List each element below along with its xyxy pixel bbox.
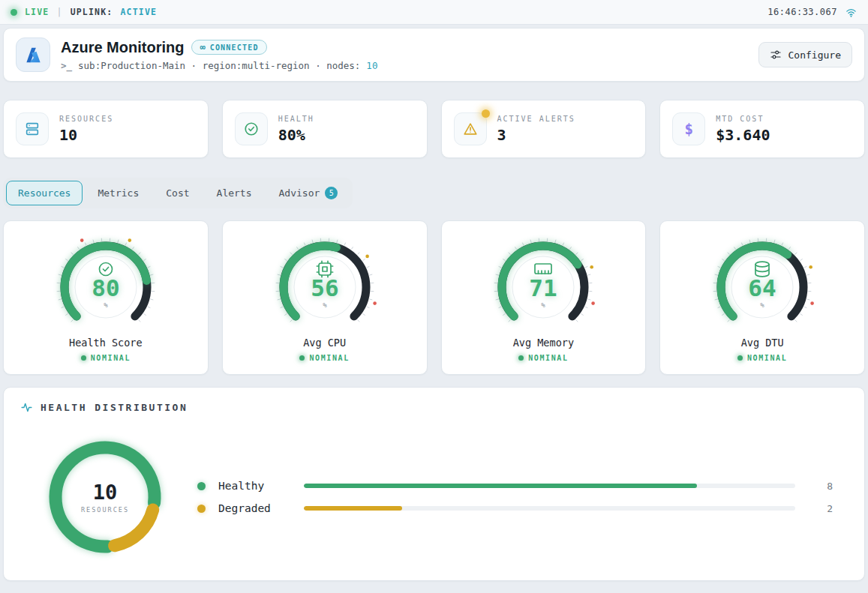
gauge-status: NOMINAL: [737, 354, 787, 362]
tab-metrics[interactable]: Metrics: [86, 181, 151, 205]
status-text: NOMINAL: [309, 354, 349, 362]
legend-value: 2: [800, 503, 833, 514]
distribution-legend: Healthy 8 Degraded 2: [197, 480, 833, 514]
legend-row-healthy: Healthy 8: [197, 480, 833, 492]
stat-value: 3: [497, 126, 575, 144]
tab-badge: 5: [325, 187, 338, 199]
stat-icon-box: [454, 112, 487, 145]
stat-icon-box: [235, 112, 268, 145]
tab-label: Resources: [18, 187, 71, 199]
gauge-label: Health Score: [69, 337, 143, 349]
uplink-status: ACTIVE: [121, 7, 158, 17]
stat-label: ACTIVE ALERTS: [497, 115, 575, 123]
page-title: Azure Monitoring: [61, 39, 184, 56]
donut-center: 10 RESOURCES: [41, 433, 169, 561]
sliders-icon: [770, 49, 782, 61]
gauge-card-health-score: 80 % Health Score NOMINAL: [3, 220, 209, 375]
legend-bar-track: [304, 484, 795, 488]
tab-cost[interactable]: Cost: [154, 181, 201, 205]
stat-card-mtd-cost: $ MTD COST $3.640: [659, 100, 865, 158]
subtitle: >_ sub:Production-Main · region:multi-re…: [61, 60, 377, 71]
subtitle-node-count: 10: [366, 60, 377, 71]
gauges-row: 80 % Health Score NOMINAL 56 % Avg CPU N…: [3, 220, 865, 375]
gauge-status: NOMINAL: [299, 354, 349, 362]
tab-advisor[interactable]: Advisor5: [267, 181, 350, 205]
clock: 16:46:33.067: [767, 7, 837, 17]
configure-button[interactable]: Configure: [758, 42, 852, 67]
status-text: NOMINAL: [528, 354, 568, 362]
stat-label: RESOURCES: [59, 115, 113, 123]
wifi-icon: [845, 6, 857, 19]
legend-bar-track: [304, 506, 795, 511]
legend-dot-icon: [197, 482, 206, 490]
status-bar: LIVE | UPLINK: ACTIVE 16:46:33.067: [0, 0, 868, 25]
health-distribution-card: HEALTH DISTRIBUTION 10 RESOURCES Healthy…: [3, 387, 865, 581]
legend-dot-icon: [197, 505, 206, 513]
warning-triangle-icon: [462, 121, 479, 137]
status-text: NOMINAL: [91, 354, 131, 362]
gauge-chart: 64 %: [702, 230, 822, 332]
clock-group: 16:46:33.067: [767, 6, 857, 19]
gauge-label: Avg CPU: [303, 337, 346, 349]
distribution-body: 10 RESOURCES Healthy 8 Degraded 2: [20, 433, 848, 561]
header-text: Azure Monitoring ∞ CONNECTED >_ sub:Prod…: [61, 39, 377, 71]
live-status-group: LIVE | UPLINK: ACTIVE: [11, 7, 157, 17]
gauge-label: Avg DTU: [741, 337, 784, 349]
gauge-label: Avg Memory: [513, 337, 574, 349]
resources-donut-chart: 10 RESOURCES: [41, 433, 169, 561]
gauge-value: 56: [311, 274, 338, 301]
tab-alerts[interactable]: Alerts: [205, 181, 264, 205]
gauge-card-avg-memory: 71 % Avg Memory NOMINAL: [441, 220, 647, 375]
legend-bar-fill: [304, 484, 697, 488]
stat-card-health: HEALTH 80%: [222, 100, 428, 158]
gauge-chart: 80 %: [46, 230, 166, 332]
azure-logo: [16, 37, 50, 72]
stat-text: MTD COST $3.640: [716, 115, 770, 144]
gauge-unit: %: [542, 301, 546, 309]
uplink-label: UPLINK:: [71, 7, 113, 17]
tabs: ResourcesMetricsCostAlertsAdvisor5: [3, 178, 353, 208]
stat-label: MTD COST: [716, 115, 770, 123]
tab-label: Metrics: [98, 187, 139, 199]
distribution-title: HEALTH DISTRIBUTION: [41, 402, 188, 413]
live-dot-icon: [11, 9, 17, 16]
donut-total-value: 10: [93, 481, 118, 504]
stat-value: 10: [59, 126, 113, 144]
dollar-icon: $: [685, 121, 693, 137]
legend-label: Healthy: [218, 480, 299, 492]
pulse-icon: [20, 401, 33, 414]
configure-button-label: Configure: [788, 49, 841, 61]
azure-logo-icon: [23, 46, 44, 64]
main-content: Azure Monitoring ∞ CONNECTED >_ sub:Prod…: [0, 25, 868, 586]
gauge-status: NOMINAL: [81, 354, 131, 362]
gauge-value: 64: [748, 274, 776, 301]
alert-notification-dot: [482, 109, 490, 118]
status-dot-icon: [737, 355, 743, 361]
legend-label: Degraded: [218, 502, 299, 514]
gauge-unit: %: [323, 301, 327, 309]
gauge-value: 80: [92, 274, 119, 301]
gauge-chart: 56 %: [265, 230, 385, 332]
tab-label: Alerts: [217, 187, 252, 199]
link-icon: ∞: [200, 42, 205, 52]
stat-text: ACTIVE ALERTS 3: [497, 115, 575, 144]
terminal-prompt-icon: >_: [61, 60, 72, 71]
connected-badge: ∞ CONNECTED: [191, 40, 266, 55]
gauge-unit: %: [104, 301, 108, 309]
subtitle-text: sub:Production-Main · region:multi-regio…: [78, 60, 360, 71]
status-dot-icon: [81, 355, 86, 361]
live-label: LIVE: [25, 7, 50, 17]
stat-text: RESOURCES 10: [59, 115, 113, 144]
check-circle-icon: [243, 121, 260, 137]
legend-bar-fill: [304, 506, 402, 511]
status-dot-icon: [299, 355, 305, 361]
stat-text: HEALTH 80%: [278, 115, 314, 144]
tabs-row: ResourcesMetricsCostAlertsAdvisor5: [3, 178, 865, 208]
tab-resources[interactable]: Resources: [6, 181, 83, 205]
stat-value: $3.640: [716, 126, 770, 144]
tab-label: Cost: [166, 187, 189, 199]
title-row: Azure Monitoring ∞ CONNECTED: [61, 39, 377, 56]
stats-row: RESOURCES 10 HEALTH 80% ACTIVE ALERTS 3 …: [3, 100, 865, 158]
servers-icon: [24, 121, 41, 137]
tab-label: Advisor: [279, 187, 320, 199]
